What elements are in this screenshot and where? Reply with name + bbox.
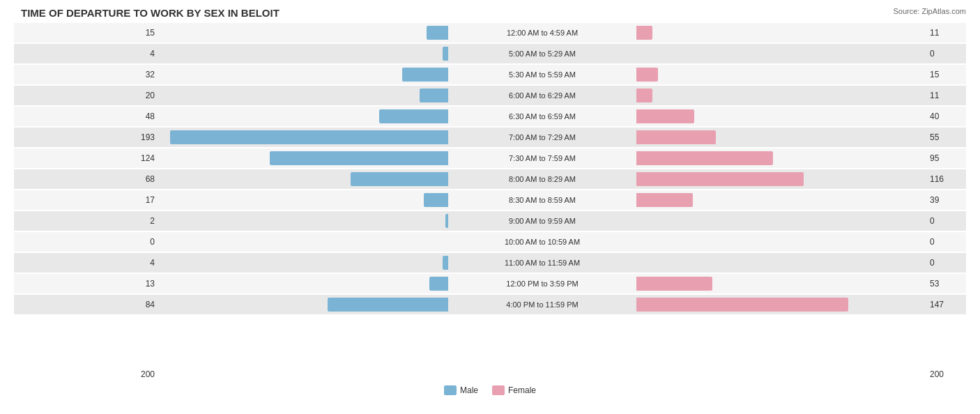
male-bar: [429, 277, 448, 291]
male-value: 4: [14, 49, 160, 59]
male-value: 84: [14, 300, 160, 309]
bars-center: 4:00 PM to 11:59 PM: [160, 295, 924, 314]
male-value: 17: [14, 195, 160, 205]
female-value: 0: [924, 258, 966, 268]
female-bar: [636, 130, 716, 144]
female-bar: [636, 172, 804, 186]
chart-row: 1512:00 AM to 4:59 AM11: [14, 23, 966, 43]
female-bar: [636, 109, 694, 123]
male-value: 0: [14, 237, 160, 247]
male-bar: [270, 151, 448, 165]
male-value: 20: [14, 91, 160, 100]
bars-center: 9:00 AM to 9:59 AM: [160, 211, 924, 231]
bars-center: 5:00 AM to 5:29 AM: [160, 44, 924, 63]
female-value: 116: [924, 174, 966, 184]
axis-left-val: 200: [14, 369, 160, 379]
bars-center: 6:00 AM to 6:29 AM: [160, 86, 924, 105]
male-bar: [427, 26, 448, 40]
male-value: 124: [14, 153, 160, 163]
bars-center: 7:30 AM to 7:59 AM: [160, 148, 924, 168]
time-label: 12:00 AM to 4:59 AM: [507, 29, 578, 37]
bars-center: 5:30 AM to 5:59 AM: [160, 65, 924, 84]
legend-male-box: [444, 385, 457, 395]
time-label: 7:30 AM to 7:59 AM: [509, 154, 576, 162]
female-value: 15: [924, 70, 966, 79]
male-bar: [170, 130, 448, 144]
legend-female-box: [492, 385, 505, 395]
time-label: 6:30 AM to 6:59 AM: [509, 112, 576, 121]
female-bar: [636, 89, 652, 102]
male-bar: [443, 47, 448, 61]
time-label: 12:00 PM to 3:59 PM: [506, 279, 578, 288]
chart-area: 1512:00 AM to 4:59 AM1145:00 AM to 5:29 …: [14, 23, 966, 365]
male-bar: [445, 214, 448, 228]
chart-row: 411:00 AM to 11:59 AM0: [14, 253, 966, 273]
female-bar: [636, 68, 658, 82]
legend-male-label: Male: [460, 385, 478, 395]
legend: Male Female: [14, 385, 966, 395]
chart-row: 010:00 AM to 10:59 AM0: [14, 232, 966, 252]
female-bar: [636, 277, 712, 291]
male-value: 15: [14, 28, 160, 38]
bars-center: 6:30 AM to 6:59 AM: [160, 107, 924, 126]
time-label: 7:00 AM to 7:29 AM: [509, 133, 576, 141]
bars-center: 12:00 AM to 4:59 AM: [160, 23, 924, 43]
time-label: 8:30 AM to 8:59 AM: [509, 196, 576, 204]
male-bar: [420, 89, 448, 102]
chart-row: 206:00 AM to 6:29 AM11: [14, 86, 966, 105]
female-value: 147: [924, 300, 966, 309]
male-value: 193: [14, 132, 160, 142]
time-label: 11:00 AM to 11:59 AM: [505, 259, 580, 267]
female-bar: [636, 298, 848, 312]
male-value: 2: [14, 216, 160, 226]
female-value: 53: [924, 279, 966, 289]
female-value: 11: [924, 28, 966, 38]
female-bar: [636, 26, 652, 40]
legend-male: Male: [444, 385, 478, 395]
male-bar: [328, 298, 448, 312]
chart-row: 1937:00 AM to 7:29 AM55: [14, 128, 966, 147]
female-value: 0: [924, 237, 966, 247]
female-value: 39: [924, 195, 966, 205]
time-label: 5:30 AM to 5:59 AM: [509, 70, 576, 79]
female-value: 0: [924, 49, 966, 59]
bars-center: 8:30 AM to 8:59 AM: [160, 190, 924, 210]
time-label: 6:00 AM to 6:29 AM: [509, 91, 576, 100]
male-value: 4: [14, 258, 160, 268]
male-value: 13: [14, 279, 160, 289]
female-value: 95: [924, 153, 966, 163]
chart-row: 486:30 AM to 6:59 AM40: [14, 107, 966, 126]
bars-center: 12:00 PM to 3:59 PM: [160, 274, 924, 293]
female-value: 0: [924, 216, 966, 226]
time-label: 9:00 AM to 9:59 AM: [509, 217, 576, 225]
female-value: 11: [924, 91, 966, 100]
time-label: 5:00 AM to 5:29 AM: [509, 49, 576, 58]
source-label: Source: ZipAtlas.com: [893, 7, 966, 15]
legend-female-label: Female: [508, 385, 536, 395]
female-bar: [636, 151, 773, 165]
male-bar: [443, 256, 448, 270]
chart-row: 1312:00 PM to 3:59 PM53: [14, 274, 966, 293]
male-bar: [424, 193, 448, 207]
male-value: 32: [14, 70, 160, 79]
axis-center: [160, 367, 924, 381]
time-label: 8:00 AM to 8:29 AM: [509, 175, 576, 183]
axis-row: 200 200: [14, 367, 966, 381]
bars-center: 11:00 AM to 11:59 AM: [160, 253, 924, 273]
male-value: 68: [14, 174, 160, 184]
chart-row: 1247:30 AM to 7:59 AM95: [14, 148, 966, 168]
axis-right-val: 200: [924, 369, 966, 379]
female-bar: [636, 193, 693, 207]
chart-row: 178:30 AM to 8:59 AM39: [14, 190, 966, 210]
chart-row: 688:00 AM to 8:29 AM116: [14, 169, 966, 189]
male-value: 48: [14, 112, 160, 121]
bars-center: 10:00 AM to 10:59 AM: [160, 232, 924, 252]
male-bar: [351, 172, 448, 186]
time-label: 10:00 AM to 10:59 AM: [505, 238, 580, 246]
chart-row: 29:00 AM to 9:59 AM0: [14, 211, 966, 231]
chart-row: 844:00 PM to 11:59 PM147: [14, 295, 966, 314]
female-value: 40: [924, 112, 966, 121]
chart-row: 325:30 AM to 5:59 AM15: [14, 65, 966, 84]
male-bar: [379, 109, 448, 123]
chart-title: TIME OF DEPARTURE TO WORK BY SEX IN BELO…: [14, 7, 966, 19]
